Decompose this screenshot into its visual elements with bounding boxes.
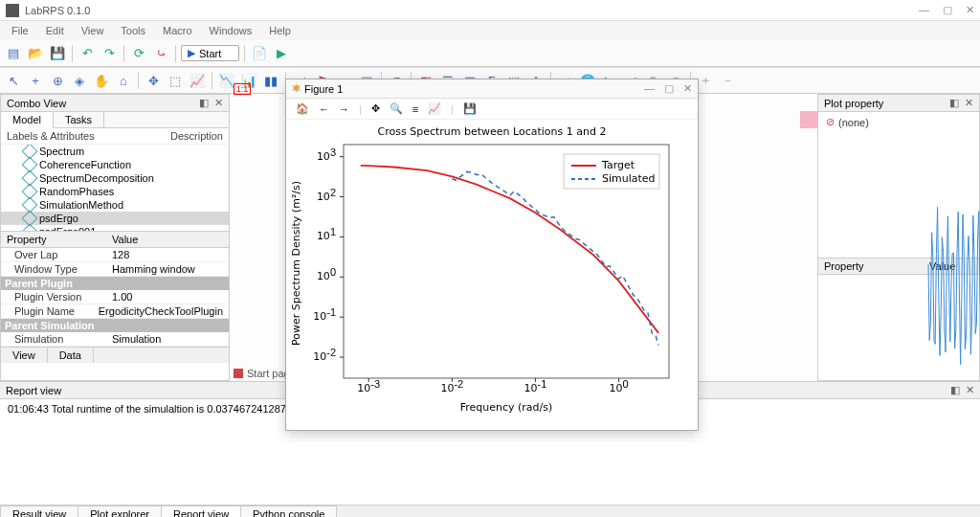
svg-text:103: 103 xyxy=(317,146,336,163)
combo-tabs: ModelTasks xyxy=(1,112,229,128)
tree-item[interactable]: SpectrumDecomposition xyxy=(1,171,229,185)
fig-min-icon[interactable]: — xyxy=(644,82,655,95)
figure-title: Figure 1 xyxy=(304,83,343,95)
bars-icon[interactable]: ▮▮ xyxy=(261,71,280,90)
tree-item[interactable]: CoherenceFunction xyxy=(1,158,229,171)
bottom-tab[interactable]: Result view xyxy=(0,506,78,517)
svg-text:Simulated: Simulated xyxy=(602,172,656,185)
menu-view[interactable]: View xyxy=(74,23,112,38)
bottom-tab[interactable]: Python console xyxy=(240,506,337,517)
open-icon[interactable]: 📂 xyxy=(26,44,45,63)
minus-icon[interactable]: － xyxy=(718,71,737,90)
menubar: FileEditViewToolsMacroWindowsHelp xyxy=(0,21,980,40)
menu-help[interactable]: Help xyxy=(261,23,299,38)
svg-text:Cross Spectrum between Locatio: Cross Spectrum between Locations 1 and 2 xyxy=(378,125,607,138)
maximize-button[interactable]: ▢ xyxy=(943,4,952,16)
link-icon[interactable]: ⤿ xyxy=(151,44,170,63)
prop-row[interactable]: Over Lap128 xyxy=(1,248,229,262)
subtab-data[interactable]: Data xyxy=(48,348,94,363)
chart-svg: Cross Spectrum between Locations 1 and 2… xyxy=(286,120,698,422)
svg-text:Frequency (rad/s): Frequency (rad/s) xyxy=(460,401,553,414)
float-icon[interactable]: ◧ xyxy=(199,97,209,109)
toolbar-main: ▤ 📂 💾 ↶ ↷ ⟳ ⤿ ▶ Start 📄 ▶ xyxy=(0,40,980,67)
close-button[interactable]: ✕ xyxy=(966,4,974,16)
prop-row[interactable]: SimulationSimulation xyxy=(1,332,229,347)
close-panel-icon[interactable]: ✕ xyxy=(214,97,223,109)
menu-windows[interactable]: Windows xyxy=(202,23,260,38)
chart1-icon[interactable]: 📈 xyxy=(188,71,207,90)
figure-toolbar: 🏠 ← → | ✥ 🔍 ≡ 📈 | 💾 xyxy=(286,99,698,120)
save-icon[interactable]: 💾 xyxy=(48,44,67,63)
move-icon[interactable]: ✥ xyxy=(144,71,163,90)
workbench-select[interactable]: ▶ Start xyxy=(181,45,239,61)
pink-corner xyxy=(800,111,817,128)
plus-icon[interactable]: + xyxy=(26,71,45,90)
svg-text:102: 102 xyxy=(317,187,336,203)
startpage-icon xyxy=(234,369,243,378)
mpl-save-icon[interactable]: 💾 xyxy=(463,102,477,115)
mpl-back-icon[interactable]: ← xyxy=(319,103,329,115)
svg-text:Power Spectrum Density (m²/s): Power Spectrum Density (m²/s) xyxy=(290,181,302,346)
redo-icon[interactable]: ↷ xyxy=(100,44,119,63)
bottom-tab[interactable]: Plot explorer xyxy=(78,506,162,517)
close-panel-icon[interactable]: ✕ xyxy=(965,97,973,109)
svg-text:101: 101 xyxy=(317,226,336,242)
mpl-zoom-icon[interactable]: 🔍 xyxy=(390,102,403,115)
add-icon[interactable]: ＋ xyxy=(696,71,715,90)
fig-close-icon[interactable]: ✕ xyxy=(683,82,692,95)
refresh-icon[interactable]: ⟳ xyxy=(129,44,148,63)
hand-icon[interactable]: ✋ xyxy=(92,71,111,90)
bottom-tabs: Result viewPlot explorerReport viewPytho… xyxy=(0,505,980,517)
plot-none: (none) xyxy=(818,112,979,132)
tab-model[interactable]: Model xyxy=(1,112,54,128)
tree-item[interactable]: SimulationMethod xyxy=(1,198,229,212)
new-icon[interactable]: ▤ xyxy=(4,44,23,63)
target-icon[interactable]: ⊕ xyxy=(48,71,67,90)
minimize-button[interactable]: — xyxy=(919,4,929,16)
tree-item[interactable]: RandomPhases xyxy=(1,185,229,198)
app-icon xyxy=(6,4,19,17)
prop-row[interactable]: Window TypeHamming window xyxy=(1,262,229,277)
tree-item[interactable]: Spectrum xyxy=(1,145,229,158)
menu-macro[interactable]: Macro xyxy=(155,23,200,38)
svg-text:10-2: 10-2 xyxy=(313,347,336,363)
diamond-icon[interactable]: ◈ xyxy=(70,71,89,90)
combo-view-panel: Combo View ◧✕ ModelTasks Labels & Attrib… xyxy=(0,94,230,381)
undo-icon[interactable]: ↶ xyxy=(78,44,97,63)
mpl-home-icon[interactable]: 🏠 xyxy=(296,102,309,115)
home-icon[interactable]: ⌂ xyxy=(114,71,133,90)
figure-icon: ✱ xyxy=(292,82,301,95)
subtab-view[interactable]: View xyxy=(1,348,48,363)
zoom-icon[interactable]: ⬚ xyxy=(166,71,185,90)
titlebar: LabRPS 0.1.0 — ▢ ✕ xyxy=(0,0,980,21)
tree[interactable]: SpectrumCoherenceFunctionSpectrumDecompo… xyxy=(1,145,229,231)
prop-row[interactable]: Plugin NameErgodicityCheckToolPlugin xyxy=(1,304,229,319)
bottom-tab[interactable]: Report view xyxy=(161,506,241,517)
svg-text:100: 100 xyxy=(317,266,336,282)
svg-text:Target: Target xyxy=(601,159,635,171)
tab-tasks[interactable]: Tasks xyxy=(54,112,104,127)
fig-max-icon[interactable]: ▢ xyxy=(664,82,674,95)
notebook-icon[interactable]: 📄 xyxy=(250,44,269,63)
menu-tools[interactable]: Tools xyxy=(113,23,153,38)
app-title: LabRPS 0.1.0 xyxy=(25,5,91,16)
figure-window[interactable]: ✱ Figure 1 — ▢ ✕ 🏠 ← → | ✥ 🔍 ≡ 📈 | 💾 Cro… xyxy=(285,79,699,431)
mpl-edit-icon[interactable]: 📈 xyxy=(428,102,441,115)
menu-edit[interactable]: Edit xyxy=(38,23,72,38)
ratio-box: 1:1 xyxy=(234,83,251,95)
mpl-fwd-icon[interactable]: → xyxy=(339,103,349,115)
mpl-pan-icon[interactable]: ✥ xyxy=(371,102,380,115)
menu-file[interactable]: File xyxy=(4,23,36,38)
mpl-subplot-icon[interactable]: ≡ xyxy=(412,103,418,115)
cursor-icon[interactable]: ↖ xyxy=(4,71,23,90)
combo-title: Combo View ◧✕ xyxy=(1,95,229,112)
tree-item[interactable]: psdErgo xyxy=(1,212,229,225)
prop-row[interactable]: Plugin Version1.00 xyxy=(1,290,229,304)
play-icon[interactable]: ▶ xyxy=(272,44,291,63)
float-icon[interactable]: ◧ xyxy=(949,97,959,109)
svg-text:10-1: 10-1 xyxy=(313,306,336,323)
